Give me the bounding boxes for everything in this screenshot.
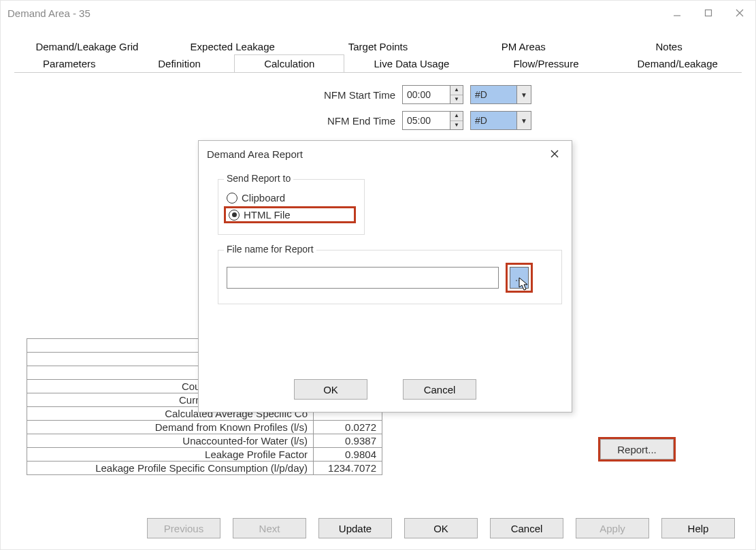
demand-area-report-dialog: Demand Area Report Send Report to Clipbo…	[198, 140, 572, 413]
help-button[interactable]: Help	[661, 518, 735, 538]
button-label: Update	[339, 523, 372, 534]
button-label: Next	[259, 523, 280, 534]
tab-live-data-usage[interactable]: Live Data Usage	[344, 54, 479, 72]
tab-target-points[interactable]: Target Points	[306, 37, 451, 55]
next-button: Next	[233, 518, 306, 538]
browse-button[interactable]: ...	[510, 267, 529, 289]
tab-row-lower: Parameters Definition Calculation Live D…	[14, 54, 742, 72]
report-button-label: Report...	[617, 444, 657, 455]
tab-demand-leakage[interactable]: Demand/Leakage	[613, 54, 742, 72]
main-window: Demand Area - 35 Demand/Leakage Grid Exp…	[0, 0, 756, 550]
table-row-label: Leakage Profile Factor	[27, 448, 314, 462]
tab-calculation[interactable]: Calculation	[234, 54, 344, 72]
tab-demand-leakage-grid[interactable]: Demand/Leakage Grid	[14, 37, 160, 55]
ok-button[interactable]: OK	[404, 518, 478, 538]
nfm-end-unit[interactable]: #D ▼	[470, 111, 531, 130]
report-button[interactable]: Report...	[600, 439, 674, 459]
radio-icon	[227, 193, 237, 204]
table-row-value: 0.0272	[314, 421, 382, 434]
nfm-end-input[interactable]: 05:00 ▲▼	[402, 111, 463, 130]
table-row-value: 0.9387	[314, 434, 382, 448]
update-button[interactable]: Update	[318, 518, 392, 538]
chevron-down-icon[interactable]: ▼	[516, 86, 531, 103]
previous-button: Previous	[147, 518, 220, 538]
dialog-title: Demand Area Report	[207, 148, 303, 160]
maximize-button[interactable]	[693, 1, 724, 25]
send-report-to-group: Send Report to Clipboard HTML File	[218, 179, 365, 235]
filename-group: File name for Report ...	[218, 250, 562, 304]
dialog-close-button[interactable]	[544, 145, 565, 163]
radio-clipboard-label: Clipboard	[242, 192, 285, 204]
tab-pm-areas[interactable]: PM Areas	[450, 37, 596, 55]
table-row-value: 1234.7072	[314, 462, 382, 475]
table-row: Unaccounted-for Water (l/s)0.9387	[27, 434, 382, 448]
button-label: OK	[433, 523, 448, 534]
tab-expected-leakage[interactable]: Expected Leakage	[160, 37, 306, 55]
nfm-start-value: 00:00	[403, 86, 450, 103]
apply-button: Apply	[576, 518, 649, 538]
table-row: Demand from Known Profiles (l/s)0.0272	[27, 421, 382, 434]
table-row-value: 0.9804	[314, 448, 382, 462]
dialog-ok-label: OK	[323, 384, 338, 395]
tab-parameters[interactable]: Parameters	[14, 54, 125, 72]
nfm-end-unit-value: #D	[471, 112, 516, 129]
nfm-start-unit[interactable]: #D ▼	[470, 85, 531, 104]
table-row-label: Unaccounted-for Water (l/s)	[27, 434, 314, 448]
radio-clipboard[interactable]: Clipboard	[227, 192, 356, 204]
spinner-icon[interactable]: ▲▼	[450, 112, 463, 129]
tab-notes[interactable]: Notes	[596, 37, 742, 55]
button-label: Help	[688, 523, 709, 534]
button-label: Apply	[599, 523, 625, 534]
filename-input[interactable]	[227, 267, 499, 289]
table-row-label: Leakage Profile Specific Consumption (l/…	[27, 462, 314, 475]
window-title: Demand Area - 35	[7, 7, 91, 19]
filename-label: File name for Report	[224, 244, 316, 255]
close-button[interactable]	[724, 1, 755, 25]
svg-rect-1	[706, 10, 712, 16]
nfm-end-row: NFM End Time 05:00 ▲▼ #D ▼	[300, 111, 531, 130]
bottom-button-bar: PreviousNextUpdateOKCancelApplyHelp	[147, 518, 735, 538]
button-label: Cancel	[511, 523, 543, 534]
tab-definition[interactable]: Definition	[125, 54, 235, 72]
nfm-start-input[interactable]: 00:00 ▲▼	[402, 85, 463, 104]
table-row: Leakage Profile Factor0.9804	[27, 448, 382, 462]
ellipsis-icon: ...	[515, 272, 523, 283]
tab-row-upper: Demand/Leakage Grid Expected Leakage Tar…	[14, 37, 742, 55]
tab-flow-pressure[interactable]: Flow/Pressure	[479, 54, 614, 72]
radio-html-file[interactable]: HTML File	[224, 206, 356, 223]
dialog-ok-button[interactable]: OK	[294, 379, 367, 400]
table-row-label: Demand from Known Profiles (l/s)	[27, 421, 314, 434]
browse-highlight: ...	[506, 263, 533, 293]
nfm-start-label: NFM Start Time	[300, 89, 395, 101]
cancel-button[interactable]: Cancel	[490, 518, 563, 538]
dialog-cancel-button[interactable]: Cancel	[403, 379, 476, 400]
dialog-titlebar: Demand Area Report	[199, 141, 572, 167]
nfm-end-value: 05:00	[403, 112, 450, 129]
radio-html-file-label: HTML File	[244, 209, 291, 221]
radio-icon	[229, 210, 240, 221]
table-row: Leakage Profile Specific Consumption (l/…	[27, 462, 382, 475]
nfm-start-row: NFM Start Time 00:00 ▲▼ #D ▼	[300, 85, 531, 104]
titlebar: Demand Area - 35	[1, 1, 755, 25]
nfm-end-label: NFM End Time	[300, 115, 395, 127]
spinner-icon[interactable]: ▲▼	[450, 86, 463, 103]
send-report-to-label: Send Report to	[224, 173, 293, 184]
chevron-down-icon[interactable]: ▼	[516, 112, 531, 129]
dialog-button-row: OK Cancel	[199, 379, 572, 400]
dialog-cancel-label: Cancel	[424, 384, 456, 395]
nfm-start-unit-value: #D	[471, 86, 516, 103]
button-label: Previous	[164, 523, 203, 534]
minimize-button[interactable]	[661, 1, 693, 25]
tab-area: Demand/Leakage Grid Expected Leakage Tar…	[14, 37, 742, 73]
